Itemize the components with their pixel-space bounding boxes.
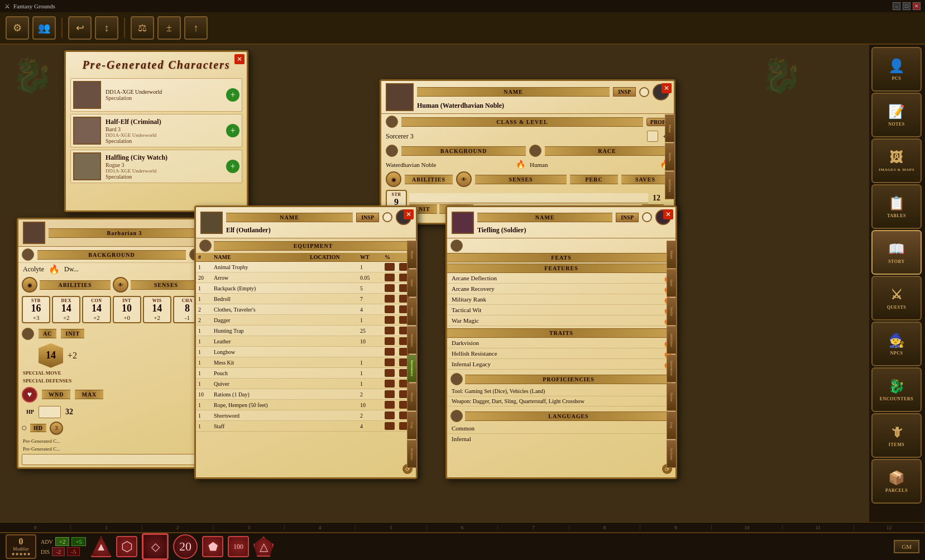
sorc-tab-abilities[interactable]: Abilities <box>665 171 675 199</box>
equip-tab-inventory[interactable]: Inventory <box>407 355 417 382</box>
barb-pregen2-link[interactable]: Pre-Generated C... <box>18 445 205 453</box>
dice-d8-button[interactable]: ◇ <box>142 533 169 560</box>
barb-abilities-icon[interactable]: ◉ <box>22 277 37 293</box>
tief-tab-spec[interactable]: Spec <box>667 269 677 297</box>
sidebar-btn-parcels[interactable]: 📦 Parcels <box>871 459 922 504</box>
barb-hp-input[interactable] <box>39 406 61 418</box>
sidebar-btn-notes[interactable]: 📝 Notes <box>871 93 922 137</box>
toolbar-undo-button[interactable]: ↩ <box>68 16 92 40</box>
sidebar-btn-images[interactable]: 🖼 Images & Maps <box>871 138 922 183</box>
equip-action-14a[interactable] <box>385 401 395 409</box>
tief-tab-log[interactable]: Log <box>667 411 677 439</box>
gm-button[interactable]: GM <box>894 540 919 553</box>
sorc-tab-main[interactable]: Main <box>665 114 675 142</box>
toolbar-arrows-button[interactable]: ↕ <box>95 16 118 40</box>
trait-row-2: Hellish Resistance 🔥 <box>447 348 675 359</box>
tief-tab-skills[interactable]: Skills <box>667 298 677 326</box>
elf-insp-circle[interactable] <box>382 212 392 222</box>
close-button[interactable]: ✕ <box>913 2 921 10</box>
equip-action-7a[interactable] <box>385 327 395 334</box>
sidebar-btn-pcs[interactable]: 👤 PCs <box>871 47 922 92</box>
equip-tab-abilities[interactable]: Abilities <box>407 326 417 354</box>
toolbar-players-button[interactable]: 👥 <box>32 16 56 40</box>
barb-senses-icon[interactable]: 👁 <box>113 277 128 293</box>
pregen-list: DD1A-XGE Underworld Speculation + Half-E… <box>66 74 247 188</box>
tief-insp-circle[interactable] <box>642 212 652 222</box>
sorc-senses-btn[interactable]: 👁 <box>456 171 472 187</box>
tief-tab-main[interactable]: Main <box>667 241 677 269</box>
adv-value-1[interactable]: +2 <box>55 537 70 546</box>
sidebar-btn-tables[interactable]: 📋 Tables <box>871 184 922 229</box>
equip-tab-actions[interactable]: Actions <box>407 440 417 468</box>
pregen-item-2[interactable]: Half-Elf (Criminal) Bard 3 DD1A-XGE Unde… <box>70 114 242 147</box>
equip-action-9a[interactable] <box>385 348 395 356</box>
equip-action-5a[interactable] <box>385 305 395 313</box>
sidebar-btn-quests[interactable]: ⚔ Quests <box>871 276 922 320</box>
pregen-add-button-1[interactable]: + <box>226 88 239 102</box>
equip-col-num: # <box>198 254 214 260</box>
sorc-perc-row: 12 + <box>409 192 669 204</box>
sorc-insp-circle[interactable] <box>639 87 649 97</box>
equip-action-16a[interactable] <box>385 422 395 430</box>
sidebar-btn-encounters[interactable]: 🐉 Encounters <box>871 367 922 412</box>
toolbar-scale-button[interactable]: ⚖ <box>131 16 154 40</box>
pregen-item-3[interactable]: Halfling (City Watch) Rogue 3 DD1A-XGE U… <box>70 150 242 183</box>
dice-d4-button[interactable]: ▲ <box>90 536 112 557</box>
pregen-close-button[interactable]: ✕ <box>234 54 245 64</box>
equip-action-6a[interactable] <box>385 316 395 324</box>
barb-portrait <box>23 222 45 244</box>
pregen-add-button-2[interactable]: + <box>226 124 239 137</box>
equip-tab-main[interactable]: Main <box>407 241 417 269</box>
barb-chat-input[interactable] <box>22 454 202 465</box>
toolbar-settings-button[interactable]: ⚙ <box>6 16 29 40</box>
equip-tab-notes[interactable]: Notes <box>407 383 417 411</box>
equip-action-8a[interactable] <box>385 337 395 345</box>
sorc-tab-skills[interactable]: Skills <box>665 143 675 171</box>
equip-action-13a[interactable] <box>385 390 395 398</box>
dis-value-2[interactable]: -5 <box>67 547 80 556</box>
tief-close-button[interactable]: ✕ <box>663 209 673 219</box>
equip-row-14: 1 Rope, Hempen (50 feet) 10 <box>196 400 416 410</box>
equip-action-1a[interactable] <box>385 263 395 271</box>
minimize-button[interactable]: – <box>893 2 900 10</box>
pregen-add-button-3[interactable]: + <box>226 160 239 173</box>
equip-action-10a[interactable] <box>385 358 395 366</box>
feature-row-2: Arcane Recovery 🔥 <box>447 284 675 294</box>
dice-d12-button[interactable]: ⬟ <box>202 536 223 557</box>
maximize-button[interactable]: □ <box>903 2 910 10</box>
dice-d20-button[interactable]: 20 <box>173 534 198 559</box>
pregen-info-2: Half-Elf (Criminal) Bard 3 DD1A-XGE Unde… <box>106 118 222 144</box>
equip-action-15a[interactable] <box>385 411 395 419</box>
tief-tab-inventory[interactable]: Inventory <box>667 355 677 382</box>
dice-d100-button[interactable]: 100 <box>228 536 249 557</box>
equip-action-11a[interactable] <box>385 369 395 377</box>
barb-pregen1-link[interactable]: Pre-Generated C... <box>18 437 205 445</box>
equip-tab-spec[interactable]: Spec <box>407 269 417 297</box>
tief-tab-notes[interactable]: Notes <box>667 383 677 411</box>
equip-action-12a[interactable] <box>385 380 395 387</box>
sorc-close-button[interactable]: ✕ <box>662 83 672 93</box>
sorc-abilities-btn[interactable]: ◉ <box>386 171 401 187</box>
equip-action-2a[interactable] <box>385 274 395 281</box>
barb-max-label: MAX <box>75 390 103 399</box>
tief-tab-abilities[interactable]: Abilities <box>667 326 677 354</box>
tief-spec-row <box>447 238 675 253</box>
sidebar-btn-items[interactable]: 🗡 Items <box>871 413 922 458</box>
equip-tab-log[interactable]: Log <box>407 411 417 439</box>
dice-d6-button[interactable]: ⬡ <box>116 536 137 557</box>
toolbar-up-button[interactable]: ↑ <box>184 16 208 40</box>
titlebar-right[interactable]: – □ ✕ <box>893 2 921 10</box>
sidebar-btn-story[interactable]: 📖 Story <box>871 230 922 275</box>
tief-tab-actions[interactable]: Actions <box>667 440 677 468</box>
equip-close-button[interactable]: ✕ <box>404 209 414 219</box>
toolbar-plusminus-button[interactable]: ± <box>157 16 181 40</box>
dis-value-1[interactable]: -2 <box>52 547 65 556</box>
equip-table-header: # NAME LOCATION WT % <box>196 253 416 262</box>
equip-tab-skills[interactable]: Skills <box>407 298 417 326</box>
dice-custom-button[interactable]: △ <box>253 537 274 557</box>
adv-value-2[interactable]: +5 <box>71 537 86 546</box>
pregen-item-1[interactable]: DD1A-XGE Underworld Speculation + <box>70 78 242 112</box>
equip-action-3a[interactable] <box>385 284 395 292</box>
equip-action-4a[interactable] <box>385 295 395 303</box>
sidebar-btn-npcs[interactable]: 🧙 NPCs <box>871 322 922 366</box>
